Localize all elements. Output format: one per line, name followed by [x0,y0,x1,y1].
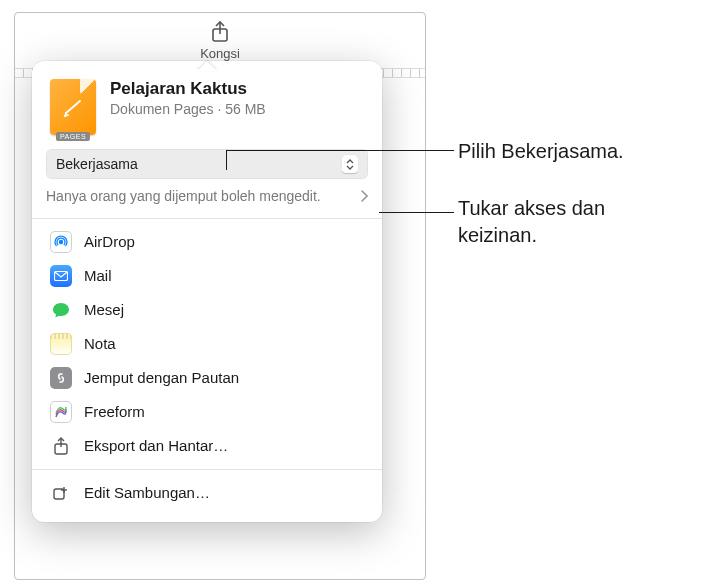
document-icon: PAGES [50,79,96,135]
share-destinations-list: AirDrop Mail Mesej Nota [32,219,382,469]
callout-leader-line [226,150,227,170]
export-icon [50,435,72,457]
callout-leader-line [379,212,454,213]
share-item-messages[interactable]: Mesej [32,293,382,327]
share-icon[interactable] [210,20,230,44]
share-item-label: Mail [84,267,112,284]
share-item-label: Nota [84,335,116,352]
chevron-right-icon [360,190,368,202]
messages-icon [50,299,72,321]
document-title: Pelajaran Kaktus [110,79,364,99]
document-header: PAGES Pelajaran Kaktus Dokumen Pages · 5… [32,61,382,149]
share-item-notes[interactable]: Nota [32,327,382,361]
document-badge: PAGES [56,132,90,141]
callout-leader-line [226,150,454,151]
share-item-mail[interactable]: Mail [32,259,382,293]
share-item-freeform[interactable]: Freeform [32,395,382,429]
share-item-link[interactable]: Jemput dengan Pautan [32,361,382,395]
svg-point-1 [59,240,63,244]
access-permissions-row[interactable]: Hanya orang yang dijemput boleh mengedit… [46,187,368,206]
share-item-export[interactable]: Eksport dan Hantar… [32,429,382,463]
share-item-airdrop[interactable]: AirDrop [32,225,382,259]
collaboration-mode-select[interactable]: Bekerjasama [46,149,368,179]
share-item-label: Freeform [84,403,145,420]
share-item-label: Jemput dengan Pautan [84,369,239,386]
share-item-label: AirDrop [84,233,135,250]
share-popover: PAGES Pelajaran Kaktus Dokumen Pages · 5… [32,61,382,522]
updown-arrows-icon [342,155,358,173]
edit-extensions-item[interactable]: Edit Sambungan… [32,476,382,510]
toolbar: Kongsi [15,13,425,68]
access-description: Hanya orang yang dijemput boleh mengedit… [46,187,350,206]
notes-icon [50,333,72,355]
airdrop-icon [50,231,72,253]
extensions-icon [50,482,72,504]
freeform-icon [50,401,72,423]
callout-collaborate: Pilih Bekerjasama. [458,138,624,165]
link-icon [50,367,72,389]
share-item-label: Mesej [84,301,124,318]
document-subtitle: Dokumen Pages · 56 MB [110,101,364,117]
collaboration-mode-label: Bekerjasama [56,156,138,172]
edit-extensions-label: Edit Sambungan… [84,484,210,501]
mail-icon [50,265,72,287]
callout-access: Tukar akses dan keizinan. [458,195,678,249]
share-item-label: Eksport dan Hantar… [84,437,228,454]
